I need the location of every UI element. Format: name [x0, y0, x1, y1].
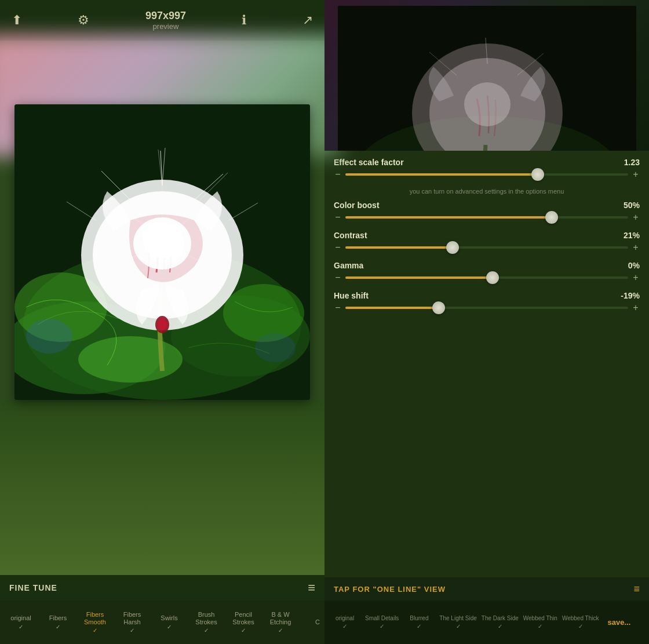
filter-fibers[interactable]: Fibers ✓ [39, 602, 76, 643]
hue-shift-fill [345, 307, 439, 309]
r-filter-check-small-details: ✓ [380, 623, 384, 630]
color-boost-fill [345, 216, 552, 219]
r-filter-name-light-side: The Light Side [439, 615, 477, 622]
filter-pencil-strokes[interactable]: Pencil Strokes ✓ [225, 602, 262, 643]
contrast-thumb[interactable] [446, 241, 459, 254]
hue-shift-minus[interactable]: − [334, 303, 342, 313]
r-filter-name-webbed-thick: Webbed Thick [562, 615, 599, 622]
color-boost-track[interactable] [345, 216, 628, 219]
hue-shift-value: -19% [617, 291, 640, 300]
gamma-label: Gamma [334, 261, 617, 270]
contrast-track[interactable] [345, 246, 628, 249]
effect-scale-track[interactable] [345, 173, 628, 176]
r-filter-name-dark-side: The Dark Side [482, 615, 519, 622]
gamma-track[interactable] [345, 276, 628, 279]
effect-scale-minus[interactable]: − [334, 169, 342, 180]
r-filter-check-blurred: ✓ [417, 623, 421, 630]
color-boost-slider-row: − + [334, 212, 640, 223]
effect-scale-plus[interactable]: + [632, 169, 640, 180]
color-boost-label: Color boost [334, 201, 617, 210]
effect-scale-thumb[interactable] [531, 168, 544, 181]
r-filter-name-original: original [336, 615, 354, 622]
contrast-minus[interactable]: − [334, 242, 342, 253]
color-boost-value: 50% [617, 201, 640, 210]
effect-scale-section: Effect scale factor 1.23 − + [334, 158, 640, 180]
filter-check-bw-etching: ✓ [278, 627, 283, 634]
hue-shift-header: Hue shift -19% [334, 291, 640, 300]
r-filter-check-original: ✓ [342, 623, 347, 630]
color-boost-header: Color boost 50% [334, 201, 640, 210]
svg-point-6 [78, 336, 183, 383]
r-filter-save[interactable]: save... [601, 602, 637, 643]
r-filter-original[interactable]: original ✓ [327, 602, 363, 643]
contrast-value: 21% [617, 231, 640, 240]
filter-c[interactable]: C [299, 602, 324, 643]
tune-icon: ≡ [633, 583, 640, 595]
gamma-thumb[interactable] [486, 271, 499, 284]
right-controls: Effect scale factor 1.23 − + you can tur… [324, 151, 649, 577]
color-boost-minus[interactable]: − [334, 212, 342, 223]
filter-fibers-harsh[interactable]: Fibers Harsh ✓ [114, 602, 151, 643]
r-filter-name-small-details: Small Details [365, 615, 399, 622]
right-panel: Effect scale factor 1.23 − + you can tur… [324, 0, 649, 644]
tap-one-line-label: TAP FOR "ONE LINE" VIEW [334, 585, 446, 594]
fine-tune-icon[interactable]: ≡ [308, 580, 315, 595]
color-boost-thumb[interactable] [545, 211, 558, 224]
filter-brush-strokes[interactable]: Brush Strokes ✓ [188, 602, 225, 643]
filter-name-bw-etching: B & W Etching [265, 611, 296, 626]
right-preview-image [338, 6, 636, 151]
filter-name-swirls: Swirls [161, 614, 177, 622]
r-filter-webbed-thick[interactable]: Webbed Thick ✓ [560, 602, 601, 643]
r-filter-webbed-thin[interactable]: Webbed Thin ✓ [521, 602, 560, 643]
contrast-fill [345, 246, 453, 249]
contrast-section: Contrast 21% − + [334, 231, 640, 253]
r-filter-blurred[interactable]: Blurred ✓ [401, 602, 437, 643]
filter-check-original: ✓ [19, 624, 23, 630]
effect-scale-slider-row: − + [334, 169, 640, 180]
flower-svg [14, 104, 310, 400]
fine-tune-label: FINE TUNE [9, 583, 57, 592]
effect-scale-value: 1.23 [617, 158, 640, 167]
filter-check-fibers-smooth: ✓ [93, 627, 97, 634]
hue-shift-thumb[interactable] [432, 301, 445, 314]
hue-shift-plus[interactable]: + [632, 303, 640, 313]
gamma-plus[interactable]: + [632, 272, 640, 283]
export-button[interactable]: ↗ [302, 13, 313, 28]
filter-name-brush-strokes: Brush Strokes [191, 611, 221, 626]
hue-shift-label: Hue shift [334, 291, 617, 300]
color-boost-plus[interactable]: + [632, 212, 640, 223]
r-filter-check-webbed-thick: ✓ [578, 623, 583, 630]
gamma-minus[interactable]: − [334, 272, 342, 283]
hue-shift-section: Hue shift -19% − + [334, 291, 640, 313]
svg-point-7 [26, 319, 72, 354]
r-filter-name-blurred: Blurred [410, 615, 428, 622]
left-panel: ⬆ ⚙ 997x997 preview ℹ ↗ [0, 0, 324, 644]
right-filter-bar: original ✓ Small Details ✓ Blurred ✓ The… [324, 601, 649, 644]
bottom-bg [0, 400, 324, 575]
hue-shift-slider-row: − + [334, 303, 640, 313]
advanced-settings-hint: you can turn on advanced settings in the… [334, 188, 640, 195]
r-filter-dark-side[interactable]: The Dark Side ✓ [479, 602, 521, 643]
r-filter-small-details[interactable]: Small Details ✓ [363, 602, 401, 643]
filter-check-fibers: ✓ [56, 624, 60, 630]
fine-tune-bar: FINE TUNE ≡ [0, 575, 324, 601]
contrast-plus[interactable]: + [632, 242, 640, 253]
save-button[interactable]: save... [604, 618, 633, 627]
preview-label: preview [145, 22, 186, 31]
filter-bw-etching[interactable]: B & W Etching ✓ [262, 602, 299, 643]
info-button[interactable]: ℹ [242, 13, 246, 28]
settings-button[interactable]: ⚙ [78, 13, 89, 28]
filter-original[interactable]: original ✓ [2, 602, 39, 643]
tap-one-line-bar[interactable]: TAP FOR "ONE LINE" VIEW ≡ [324, 577, 649, 601]
import-button[interactable]: ⬆ [12, 13, 22, 28]
image-dimensions: 997x997 [145, 10, 186, 22]
r-filter-check-webbed-thin: ✓ [538, 623, 542, 630]
hue-shift-track[interactable] [345, 307, 628, 309]
main-flower-image [14, 104, 310, 400]
filter-check-pencil-strokes: ✓ [241, 627, 246, 634]
filter-swirls[interactable]: Swirls ✓ [151, 602, 188, 643]
gamma-slider-row: − + [334, 272, 640, 283]
r-filter-light-side[interactable]: The Light Side ✓ [437, 602, 479, 643]
r-filter-check-light-side: ✓ [456, 623, 461, 630]
filter-fibers-smooth[interactable]: Fibers Smooth ✓ [76, 602, 114, 643]
